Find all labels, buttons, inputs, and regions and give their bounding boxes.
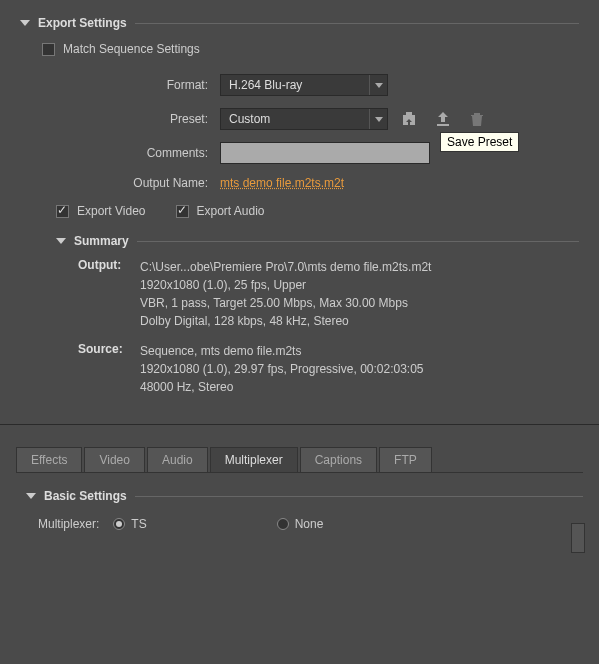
tab-captions[interactable]: Captions: [300, 447, 377, 473]
export-checks-row: Export Video Export Audio: [56, 204, 579, 218]
output-name-row: Output Name: mts demo file.m2ts.m2t: [20, 176, 579, 190]
basic-settings-header: Basic Settings: [26, 489, 583, 503]
multiplexer-radio-row: Multiplexer: TS None: [38, 517, 583, 531]
radio-ts[interactable]: [113, 518, 125, 530]
multiplexer-option-ts[interactable]: TS: [113, 517, 146, 531]
multiplexer-label: Multiplexer:: [38, 517, 99, 531]
export-settings-title: Export Settings: [38, 16, 127, 30]
tab-effects[interactable]: Effects: [16, 447, 82, 473]
divider: [135, 496, 583, 497]
format-select[interactable]: H.264 Blu-ray: [220, 74, 388, 96]
preset-row: Preset: Custom Save Preset: [20, 108, 579, 130]
tab-ftp[interactable]: FTP: [379, 447, 432, 473]
summary-line: 1920x1080 (1.0), 25 fps, Upper: [140, 276, 431, 294]
export-video-checkbox[interactable]: [56, 205, 69, 218]
export-settings-panel: Export Settings Match Sequence Settings …: [0, 0, 599, 424]
export-audio-row: Export Audio: [176, 204, 265, 218]
tab-panel-multiplexer: Basic Settings Multiplexer: TS None: [16, 472, 583, 531]
output-name-link[interactable]: mts demo file.m2ts.m2t: [220, 176, 344, 190]
divider: [137, 241, 579, 242]
match-sequence-row: Match Sequence Settings: [42, 42, 579, 56]
preset-label: Preset:: [20, 112, 220, 126]
disclosure-triangle-icon[interactable]: [26, 493, 36, 499]
summary-line: VBR, 1 pass, Target 25.00 Mbps, Max 30.0…: [140, 294, 431, 312]
preset-select[interactable]: Custom: [220, 108, 388, 130]
disclosure-triangle-icon[interactable]: [56, 238, 66, 244]
format-label: Format:: [20, 78, 220, 92]
basic-settings-title: Basic Settings: [44, 489, 127, 503]
summary-line: Sequence, mts demo file.m2ts: [140, 342, 424, 360]
delete-preset-button[interactable]: [464, 108, 490, 130]
import-preset-icon: [435, 111, 451, 127]
summary-section: Summary Output: C:\User...obe\Premiere P…: [56, 234, 579, 396]
comments-label: Comments:: [20, 146, 220, 160]
summary-output-block: Output: C:\User...obe\Premiere Pro\7.0\m…: [56, 258, 579, 330]
radio-ts-label: TS: [131, 517, 146, 531]
format-row: Format: H.264 Blu-ray: [20, 74, 579, 96]
trash-icon: [469, 111, 485, 127]
tab-multiplexer[interactable]: Multiplexer: [210, 447, 298, 473]
save-preset-button[interactable]: [396, 108, 422, 130]
preset-value: Custom: [229, 112, 270, 126]
tab-audio[interactable]: Audio: [147, 447, 208, 473]
scrollbar[interactable]: [571, 523, 585, 553]
disclosure-triangle-icon[interactable]: [20, 20, 30, 26]
divider: [135, 23, 579, 24]
radio-none[interactable]: [277, 518, 289, 530]
summary-line: 1920x1080 (1.0), 29.97 fps, Progressive,…: [140, 360, 424, 378]
format-value: H.264 Blu-ray: [229, 78, 302, 92]
export-video-label: Export Video: [77, 204, 146, 218]
chevron-down-icon: [369, 75, 387, 95]
match-sequence-label: Match Sequence Settings: [63, 42, 200, 56]
summary-source-label: Source:: [78, 342, 140, 396]
save-preset-tooltip: Save Preset: [440, 132, 519, 152]
output-name-label: Output Name:: [20, 176, 220, 190]
chevron-down-icon: [369, 109, 387, 129]
summary-title: Summary: [74, 234, 129, 248]
summary-output-label: Output:: [78, 258, 140, 330]
tab-video[interactable]: Video: [84, 447, 144, 473]
import-preset-button[interactable]: [430, 108, 456, 130]
multiplexer-option-none[interactable]: None: [277, 517, 324, 531]
tabs-bar: Effects Video Audio Multiplexer Captions…: [16, 447, 583, 473]
save-preset-icon: [401, 111, 417, 127]
summary-header: Summary: [56, 234, 579, 248]
export-settings-header: Export Settings: [20, 16, 579, 30]
match-sequence-checkbox[interactable]: [42, 43, 55, 56]
export-audio-checkbox[interactable]: [176, 205, 189, 218]
radio-none-label: None: [295, 517, 324, 531]
summary-source-content: Sequence, mts demo file.m2ts 1920x1080 (…: [140, 342, 424, 396]
summary-source-block: Source: Sequence, mts demo file.m2ts 192…: [56, 342, 579, 396]
summary-line: C:\User...obe\Premiere Pro\7.0\mts demo …: [140, 258, 431, 276]
summary-line: 48000 Hz, Stereo: [140, 378, 424, 396]
export-video-row: Export Video: [56, 204, 146, 218]
comments-input[interactable]: [220, 142, 430, 164]
summary-output-content: C:\User...obe\Premiere Pro\7.0\mts demo …: [140, 258, 431, 330]
export-audio-label: Export Audio: [197, 204, 265, 218]
tabs-container: Effects Video Audio Multiplexer Captions…: [0, 424, 599, 547]
summary-line: Dolby Digital, 128 kbps, 48 kHz, Stereo: [140, 312, 431, 330]
